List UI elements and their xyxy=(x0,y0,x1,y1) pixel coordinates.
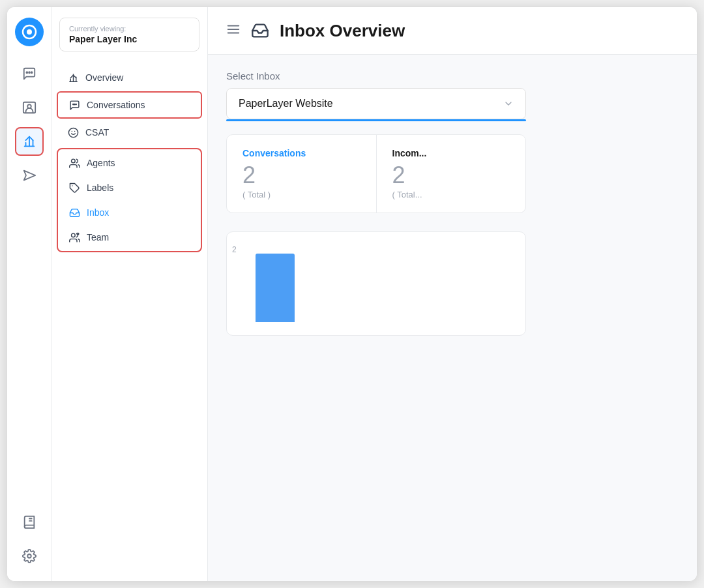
nav-library-icon[interactable] xyxy=(15,508,44,537)
svg-point-18 xyxy=(75,104,76,104)
main-body: Select Inbox PaperLayer Website Conversa… xyxy=(208,55,697,581)
svg-point-16 xyxy=(72,104,73,104)
selected-inbox-value: PaperLayer Website xyxy=(239,98,333,110)
sidebar-item-agents[interactable]: Agents xyxy=(58,151,201,175)
sidebar-item-conversations[interactable]: Conversations xyxy=(57,91,202,119)
overview-icon xyxy=(67,72,79,83)
overview-label: Overview xyxy=(85,72,123,83)
stat-card-conversations: Conversations 2 ( Total ) xyxy=(227,135,377,213)
secondary-sidebar: Currently viewing: Paper Layer Inc Overv… xyxy=(51,7,208,581)
sidebar-item-labels[interactable]: Labels xyxy=(58,175,201,200)
nav-settings-icon[interactable] xyxy=(15,542,44,570)
labels-label: Labels xyxy=(87,183,113,193)
page-title: Inbox Overview xyxy=(280,21,405,41)
svg-point-19 xyxy=(68,128,78,137)
select-inbox-label: Select Inbox xyxy=(226,70,679,81)
nav-contacts-icon[interactable] xyxy=(15,93,44,122)
chart-bar xyxy=(256,254,295,322)
svg-point-1 xyxy=(27,29,32,35)
nav-reports-icon[interactable] xyxy=(15,127,44,156)
agents-icon xyxy=(68,157,80,169)
sidebar-item-csat[interactable]: CSAT xyxy=(57,120,202,145)
inbox-header-icon xyxy=(250,20,271,41)
inbox-label: Inbox xyxy=(87,207,109,218)
sidebar-item-inbox[interactable]: Inbox xyxy=(58,200,201,225)
stat-sublabel-conversations: ( Total ) xyxy=(242,190,360,199)
svg-point-12 xyxy=(27,554,31,558)
stats-row: Conversations 2 ( Total ) Incom... 2 ( T… xyxy=(226,134,526,213)
inbox-icon xyxy=(68,207,80,218)
stat-sublabel-incoming: ( Total... xyxy=(392,190,510,199)
inbox-underline xyxy=(226,119,526,121)
svg-point-2 xyxy=(29,72,30,73)
chart-bar-area xyxy=(240,250,295,322)
hamburger-icon[interactable] xyxy=(226,22,241,40)
conversations-icon xyxy=(68,99,80,111)
svg-point-22 xyxy=(71,159,75,163)
labels-icon xyxy=(68,182,80,194)
nav-conversations-icon[interactable] xyxy=(15,59,44,88)
workspace-selector[interactable]: Currently viewing: Paper Layer Inc xyxy=(59,18,199,51)
agents-label: Agents xyxy=(87,158,115,168)
svg-point-24 xyxy=(71,233,75,237)
csat-icon xyxy=(67,126,79,138)
chevron-down-icon xyxy=(503,98,514,109)
sidebar-group-box: Agents Labels Inbox xyxy=(57,148,202,252)
stat-value-conversations: 2 xyxy=(242,164,360,187)
chart-area: 2 xyxy=(226,231,526,336)
stat-label-conversations: Conversations xyxy=(242,148,360,158)
inbox-selector-dropdown[interactable]: PaperLayer Website xyxy=(226,88,526,119)
sidebar-item-overview[interactable]: Overview xyxy=(57,65,202,90)
csat-label: CSAT xyxy=(85,127,109,138)
stat-value-incoming: 2 xyxy=(392,164,510,187)
svg-point-4 xyxy=(31,72,32,73)
main-header: Inbox Overview xyxy=(208,7,697,55)
team-label: Team xyxy=(87,232,109,243)
app-logo[interactable] xyxy=(15,18,44,46)
svg-point-3 xyxy=(26,72,27,73)
stat-card-incoming: Incom... 2 ( Total... xyxy=(377,135,526,213)
nav-campaigns-icon[interactable] xyxy=(15,161,44,190)
team-icon xyxy=(68,231,80,243)
chart-y-label: 2 xyxy=(232,245,237,254)
sidebar-item-team[interactable]: Team xyxy=(58,225,201,250)
main-content: Inbox Overview Select Inbox PaperLayer W… xyxy=(208,7,697,581)
stat-label-incoming: Incom... xyxy=(392,148,510,158)
icon-nav xyxy=(7,7,51,581)
workspace-label: Currently viewing: xyxy=(69,25,190,33)
app-container: Currently viewing: Paper Layer Inc Overv… xyxy=(7,7,697,581)
conversations-label: Conversations xyxy=(87,100,145,110)
workspace-name: Paper Layer Inc xyxy=(69,34,190,44)
svg-point-17 xyxy=(74,104,74,104)
